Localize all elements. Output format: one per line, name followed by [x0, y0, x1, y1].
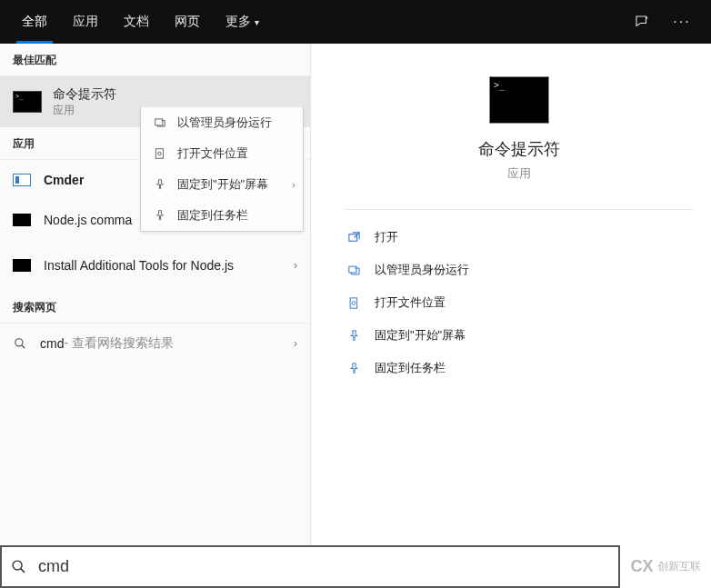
pin-taskbar-icon: [152, 207, 168, 224]
svg-rect-6: [348, 234, 356, 241]
action-pin-start[interactable]: 固定到"开始"屏幕: [345, 319, 693, 352]
ctx-pin-start[interactable]: 固定到"开始"屏幕 ›: [141, 169, 303, 200]
terminal-icon: [13, 214, 31, 226]
pin-start-icon: [152, 176, 168, 193]
detail-title: 命令提示符: [478, 138, 560, 160]
action-label: 固定到任务栏: [375, 360, 446, 376]
svg-point-0: [646, 16, 647, 18]
pin-start-icon: [345, 327, 362, 344]
feedback-icon[interactable]: [622, 0, 662, 44]
top-tabs: 全部 应用 文档 网页 更多 ▾ ···: [0, 0, 711, 44]
svg-point-9: [352, 301, 356, 304]
svg-point-5: [158, 152, 162, 155]
action-list: 打开 以管理员身份运行 打开文件位置 固定到"开始"屏幕 固定到任务栏: [327, 217, 711, 388]
terminal-icon: [13, 259, 31, 272]
action-label: 打开: [375, 229, 398, 245]
best-match-subtitle: 应用: [53, 103, 116, 118]
ctx-open-location[interactable]: 打开文件位置: [141, 138, 303, 169]
open-icon: [345, 229, 362, 245]
svg-point-1: [15, 339, 23, 346]
svg-rect-4: [155, 149, 163, 159]
action-label: 固定到"开始"屏幕: [375, 327, 466, 344]
best-match-header: 最佳匹配: [0, 44, 310, 76]
app-label: Node.js comma: [44, 213, 132, 227]
tab-apps[interactable]: 应用: [60, 0, 111, 44]
cmder-icon: [13, 174, 31, 186]
search-value: cmd: [38, 557, 69, 576]
ctx-run-as-admin[interactable]: 以管理员身份运行: [141, 107, 303, 138]
cmd-thumbnail-icon: [13, 91, 42, 113]
tab-more-label: 更多: [225, 14, 251, 30]
pin-taskbar-icon: [345, 360, 362, 376]
tab-all[interactable]: 全部: [9, 0, 60, 44]
action-pin-taskbar[interactable]: 固定到任务栏: [345, 352, 693, 384]
svg-rect-3: [155, 119, 163, 125]
cmd-preview-icon: [489, 76, 549, 124]
svg-line-11: [21, 569, 25, 573]
admin-run-icon: [152, 115, 168, 131]
action-label: 打开文件位置: [375, 294, 446, 311]
admin-run-icon: [345, 262, 362, 278]
svg-line-2: [22, 345, 25, 349]
tab-docs[interactable]: 文档: [111, 0, 162, 44]
action-run-as-admin[interactable]: 以管理员身份运行: [345, 254, 693, 286]
search-icon: [11, 559, 29, 574]
divider: [345, 209, 693, 210]
watermark: CX 创新互联: [620, 545, 711, 588]
ctx-label: 固定到"开始"屏幕: [177, 176, 268, 193]
ctx-label: 以管理员身份运行: [177, 115, 272, 131]
context-menu: 以管理员身份运行 打开文件位置 固定到"开始"屏幕 › 固定到任务栏: [140, 107, 304, 232]
ctx-pin-taskbar[interactable]: 固定到任务栏: [141, 200, 303, 231]
chevron-right-icon: ›: [292, 179, 295, 190]
web-hint: - 查看网络搜索结果: [64, 335, 174, 352]
detail-panel: 命令提示符 应用 打开 以管理员身份运行 打开文件位置 固定到"开始"屏: [327, 56, 711, 545]
detail-preview: 命令提示符 应用: [327, 56, 711, 198]
search-input[interactable]: cmd: [0, 545, 620, 588]
best-match-title: 命令提示符: [53, 86, 116, 103]
chevron-down-icon: ▾: [255, 17, 259, 27]
app-label: Cmder: [44, 173, 84, 187]
ctx-label: 打开文件位置: [177, 145, 248, 162]
action-open-location[interactable]: 打开文件位置: [345, 286, 693, 319]
watermark-text: 创新互联: [657, 559, 701, 574]
app-label: Install Additional Tools for Node.js: [44, 257, 234, 274]
open-location-icon: [152, 145, 168, 162]
app-result-install-tools[interactable]: Install Additional Tools for Node.js ›: [0, 240, 310, 291]
chevron-right-icon: ›: [294, 259, 297, 272]
watermark-logo: CX: [630, 557, 653, 576]
action-label: 以管理员身份运行: [375, 262, 469, 278]
ctx-label: 固定到任务栏: [177, 207, 248, 224]
svg-rect-8: [350, 297, 357, 307]
more-options-icon[interactable]: ···: [662, 0, 702, 44]
chevron-right-icon: ›: [294, 337, 297, 350]
action-open[interactable]: 打开: [345, 221, 693, 254]
web-search-result[interactable]: cmd - 查看网络搜索结果 ›: [0, 324, 310, 364]
open-location-icon: [345, 294, 362, 311]
web-term: cmd: [40, 336, 64, 351]
tab-web[interactable]: 网页: [162, 0, 213, 44]
tab-more[interactable]: 更多 ▾: [213, 0, 272, 44]
search-icon: [13, 336, 27, 351]
detail-subtitle: 应用: [507, 165, 531, 182]
web-header: 搜索网页: [0, 291, 310, 324]
svg-point-10: [13, 561, 22, 570]
svg-rect-7: [348, 266, 356, 273]
